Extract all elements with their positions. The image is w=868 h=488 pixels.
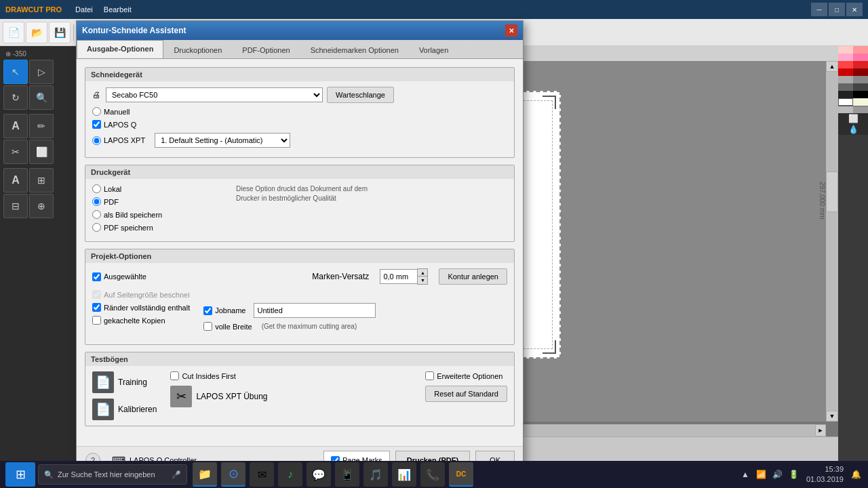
scroll-thumb-v[interactable]: [826, 171, 838, 212]
page-marks-checkbox[interactable]: [331, 456, 340, 462]
cut-insides-checkbox[interactable]: [170, 371, 179, 380]
bild-radio[interactable]: [92, 210, 101, 219]
taskbar-app4[interactable]: 📞: [420, 462, 445, 487]
swatch-5[interactable]: [838, 61, 853, 68]
jobname-input[interactable]: [254, 303, 376, 318]
ausgewaehlte-checkbox[interactable]: [92, 272, 101, 281]
clock[interactable]: 15:39 01.03.2019: [806, 464, 844, 485]
help-button[interactable]: ?: [85, 453, 100, 461]
vollbreite-checkbox[interactable]: [203, 322, 212, 331]
open-button[interactable]: 📂: [26, 22, 47, 43]
pdf-radio-label[interactable]: PDF: [92, 197, 119, 206]
pdfsave-radio[interactable]: [92, 223, 101, 232]
taskbar-file-explorer[interactable]: 📁: [193, 462, 217, 487]
notifications-btn[interactable]: 🔔: [849, 468, 863, 481]
scroll-down-btn[interactable]: ▼: [826, 411, 838, 422]
tab-druck[interactable]: Druckoptionen: [163, 46, 232, 58]
sys-sound[interactable]: 🔊: [771, 468, 785, 481]
cut-insides-label[interactable]: Cut Insides First: [170, 371, 267, 380]
drucken-button[interactable]: Drucken (PDF): [395, 451, 470, 461]
marken-versatz-input[interactable]: [380, 269, 417, 284]
laposq-checkbox[interactable]: [92, 120, 101, 129]
reset-button[interactable]: Reset auf Standard: [425, 386, 507, 402]
align-tool[interactable]: ⊞: [29, 168, 54, 192]
cut-tool[interactable]: ✂: [3, 140, 28, 164]
raender-label[interactable]: Ränder vollständig enthalt: [92, 303, 190, 312]
swatch-2[interactable]: [853, 46, 868, 54]
sys-tray-arrow[interactable]: ▲: [738, 468, 752, 481]
swatch-6[interactable]: [853, 61, 868, 68]
scroll-right-btn[interactable]: ►: [815, 424, 826, 436]
taskbar-app1[interactable]: 📱: [335, 462, 359, 487]
taskbar-search[interactable]: 🔍 Zur Suche Text hier eingeben 🎤: [38, 464, 187, 485]
tab-ausgabe[interactable]: Ausgabe-Optionen: [77, 46, 163, 58]
scroll-up-btn[interactable]: ▲: [826, 61, 838, 72]
minimize-button[interactable]: ─: [811, 3, 827, 16]
swatch-10[interactable]: [853, 76, 868, 83]
maximize-button[interactable]: □: [829, 3, 845, 16]
swatch-14[interactable]: [853, 91, 868, 98]
tab-vorlagen[interactable]: Vorlagen: [409, 46, 458, 58]
eyedrop-btn[interactable]: 💧: [838, 124, 868, 135]
raender-checkbox[interactable]: [92, 303, 101, 312]
laposxpt-radio[interactable]: [92, 136, 101, 145]
kalibrieren-item[interactable]: 📄 Kalibrieren: [92, 399, 157, 420]
color-picker-btn[interactable]: ⬜: [838, 113, 868, 124]
bild-radio-label[interactable]: als Bild speichern: [92, 210, 162, 219]
swatch-16[interactable]: [838, 106, 853, 113]
zoom-tool[interactable]: 🔍: [29, 85, 54, 110]
lokal-radio[interactable]: [92, 184, 101, 193]
swatch-17[interactable]: [853, 106, 868, 113]
manuell-radio-label[interactable]: Manuell: [92, 107, 130, 116]
erweiterte-checkbox[interactable]: [425, 371, 434, 380]
taskbar-chrome[interactable]: ⊙: [221, 462, 245, 487]
swatch-11[interactable]: [838, 83, 853, 91]
start-button[interactable]: ⊞: [5, 462, 35, 487]
swatch-8[interactable]: [853, 68, 868, 76]
training-item[interactable]: 📄 Training: [92, 371, 157, 393]
taskbar-app3[interactable]: 📊: [392, 462, 416, 487]
erweiterte-label[interactable]: Erweiterte Optionen: [425, 371, 507, 380]
lokal-radio-label[interactable]: Lokal: [92, 184, 121, 193]
jobname-label[interactable]: Jobname: [203, 306, 245, 315]
taskbar-mail[interactable]: ✉: [250, 462, 274, 487]
node-tool[interactable]: ▷: [29, 60, 54, 84]
swatch-9[interactable]: [838, 76, 853, 83]
new-button[interactable]: 📄: [3, 22, 24, 43]
close-app-button[interactable]: ✕: [846, 3, 863, 16]
shape-tool[interactable]: ⬜: [29, 140, 54, 164]
sys-battery[interactable]: 🔋: [787, 468, 801, 481]
swatch-15[interactable]: [853, 98, 868, 106]
swatch-3[interactable]: [838, 54, 853, 61]
pdfsave-radio-label[interactable]: PDF speichern: [92, 223, 153, 232]
misc-tool[interactable]: ⊕: [29, 194, 54, 218]
laposq-radio-label[interactable]: LAPOS Q: [92, 120, 136, 129]
gekachelte-checkbox[interactable]: [92, 316, 101, 325]
sys-network[interactable]: 📶: [755, 468, 768, 481]
select-tool[interactable]: ↖: [3, 60, 28, 84]
taskbar-drawcut[interactable]: DC: [449, 462, 473, 487]
taskbar-wechat[interactable]: 💬: [307, 462, 331, 487]
vollbreite-label[interactable]: volle Breite: [203, 322, 252, 331]
pencil-tool[interactable]: ✏: [29, 114, 54, 138]
swatch-4[interactable]: [853, 54, 868, 61]
warteschlange-button[interactable]: Warteschlange: [327, 87, 394, 103]
swatch-13[interactable]: [838, 91, 853, 98]
taskbar-app2[interactable]: 🎵: [363, 462, 388, 487]
schneidegeraet-select[interactable]: Secabo FC50: [106, 87, 323, 102]
page-marks-button[interactable]: Page Marks: [323, 451, 390, 461]
gekachelte-label[interactable]: gekachelte Kopien: [92, 316, 165, 325]
text-tool[interactable]: A: [3, 114, 28, 138]
ausgewaehlte-label[interactable]: Ausgewählte: [92, 272, 146, 281]
menu-bearbeit[interactable]: Bearbeit: [98, 0, 137, 19]
kontur-anlegen-button[interactable]: Kontur anlegen: [439, 268, 507, 285]
spin-up[interactable]: ▲: [418, 269, 427, 277]
swatch-white[interactable]: [838, 98, 853, 106]
laposxpt-radio-label[interactable]: LAPOS XPT: [92, 136, 145, 145]
laposxpt-item[interactable]: ✂ LAPOS XPT Übung: [170, 386, 267, 407]
jobname-checkbox[interactable]: [203, 306, 212, 315]
lapos-setting-select[interactable]: 1. Default Setting - (Automatic): [155, 133, 290, 148]
swatch-12[interactable]: [853, 83, 868, 91]
swatch-7[interactable]: [838, 68, 853, 76]
swatch-1[interactable]: [838, 46, 853, 54]
